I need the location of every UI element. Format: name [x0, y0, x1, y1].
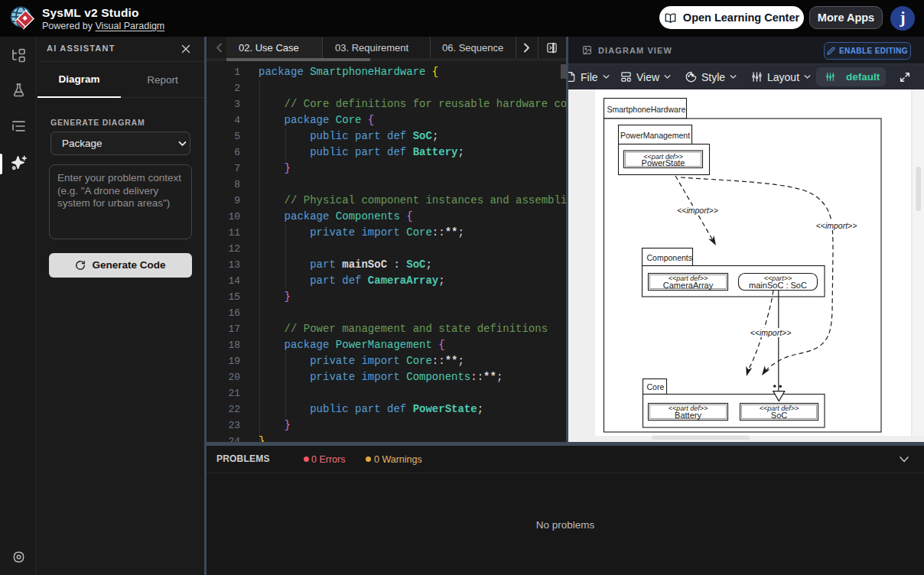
svg-text:mainSoC : SoC: mainSoC : SoC: [749, 281, 807, 290]
svg-text:<<import>>: <<import>>: [816, 221, 857, 230]
svg-text:Battery: Battery: [675, 411, 701, 420]
svg-text:SoC: SoC: [771, 411, 787, 420]
svg-text:<<import>>: <<import>>: [677, 206, 718, 215]
svg-text:PowerState: PowerState: [642, 158, 685, 167]
svg-text:SmartphoneHardware: SmartphoneHardware: [607, 105, 686, 114]
svg-text:Components: Components: [647, 253, 693, 262]
svg-text:CameraArray: CameraArray: [663, 281, 714, 290]
svg-text:<<import>>: <<import>>: [750, 328, 792, 337]
svg-text:Core: Core: [647, 382, 665, 391]
svg-text:PowerManagement: PowerManagement: [620, 131, 690, 140]
